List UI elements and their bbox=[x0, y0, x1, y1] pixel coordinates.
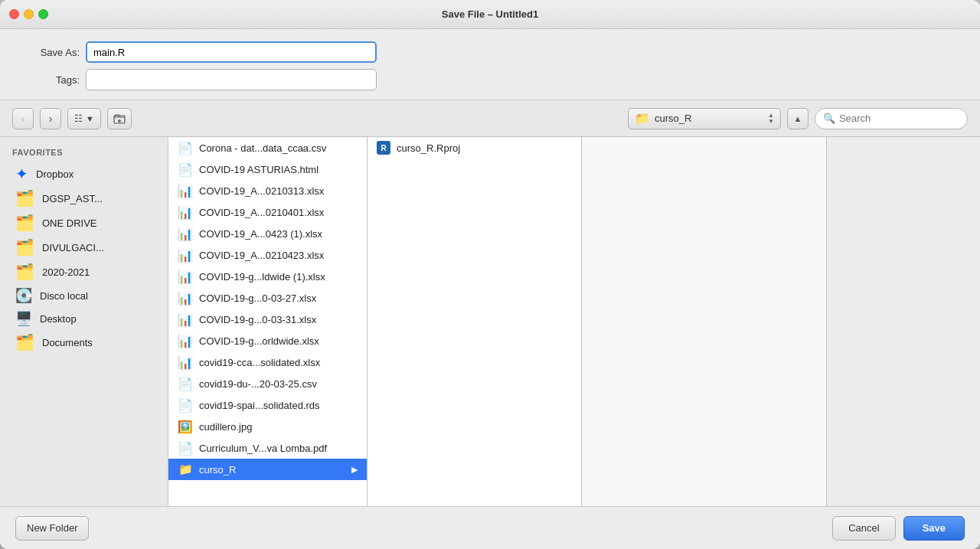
file-item-covid-xlsx-2[interactable]: 📊 COVID-19_A...0210401.xlsx bbox=[168, 201, 367, 223]
sidebar-item-desktop[interactable]: 🖥️ Desktop bbox=[3, 307, 165, 330]
file-name: covid19-du-...20-03-25.csv bbox=[199, 378, 358, 390]
save-button[interactable]: Save bbox=[903, 516, 965, 541]
file-name: cudillero.jpg bbox=[199, 421, 358, 433]
cancel-button[interactable]: Cancel bbox=[832, 516, 895, 541]
folder-selected-icon: 📁 bbox=[178, 462, 193, 476]
file-item-covid-du-csv[interactable]: 📄 covid19-du-...20-03-25.csv bbox=[168, 373, 367, 394]
file-name: COVID-19-g...ldwide (1).xlsx bbox=[199, 271, 358, 283]
file-item-curso-r-folder[interactable]: 📁 curso_R ▶ bbox=[168, 459, 367, 480]
path-label: curso_R bbox=[655, 113, 763, 124]
new-folder-button[interactable]: New Folder bbox=[15, 516, 89, 541]
save-label: Save bbox=[923, 522, 946, 534]
xlsx-icon: 📊 bbox=[178, 291, 193, 306]
view-toggle-label: ▼ bbox=[86, 114, 94, 123]
minimize-button[interactable] bbox=[24, 9, 34, 19]
title-bar: Save File – Untitled1 bbox=[0, 0, 980, 29]
sidebar-item-dgsp[interactable]: 🗂️ DGSP_AST... bbox=[3, 186, 165, 211]
cancel-label: Cancel bbox=[848, 522, 879, 534]
file-item-covid-xlsx-3[interactable]: 📊 COVID-19_A...0423 (1).xlsx bbox=[168, 223, 367, 244]
file-name: COVID-19-g...0-03-31.xlsx bbox=[199, 314, 358, 325]
file-item-covid-xlsx-6[interactable]: 📊 COVID-19-g...0-03-27.xlsx bbox=[168, 287, 367, 309]
sidebar-item-2020-label: 2020-2021 bbox=[42, 266, 90, 278]
file-item-corona-csv[interactable]: 📄 Corona - dat...data_ccaa.csv bbox=[168, 137, 367, 158]
xlsx-icon: 📊 bbox=[178, 334, 193, 348]
file-name: COVID-19_A...0210423.xlsx bbox=[199, 250, 358, 261]
file-item-cudillero-jpg[interactable]: 🖼️ cudillero.jpg bbox=[168, 416, 367, 437]
save-form: Save As: Tags: bbox=[0, 29, 980, 100]
file-name: curso_R.Rproj bbox=[397, 142, 572, 154]
file-name: Corona - dat...data_ccaa.csv bbox=[199, 142, 358, 154]
file-columns: 📄 Corona - dat...data_ccaa.csv 📄 COVID-1… bbox=[168, 137, 980, 506]
xlsx-icon: 📊 bbox=[178, 312, 193, 327]
folder-arrow-icon: ▶ bbox=[351, 465, 358, 475]
file-item-covid-xlsx-5[interactable]: 📊 COVID-19-g...ldwide (1).xlsx bbox=[168, 266, 367, 287]
dialog-title: Save File – Untitled1 bbox=[442, 8, 538, 20]
xlsx-icon: 📊 bbox=[178, 248, 193, 263]
drive-icon-disco: 💽 bbox=[15, 287, 32, 304]
tags-row: Tags: bbox=[18, 69, 962, 90]
folder-icon-documents: 🗂️ bbox=[15, 333, 34, 351]
file-name: COVID-19_A...0210401.xlsx bbox=[199, 207, 358, 218]
columns-icon: ☷ bbox=[74, 113, 83, 124]
sidebar-item-documents-label: Documents bbox=[42, 337, 93, 348]
rds-icon: 📄 bbox=[178, 398, 193, 413]
close-button[interactable] bbox=[9, 9, 19, 19]
file-name: covid19-spai...solidated.rds bbox=[199, 400, 358, 411]
jpg-icon: 🖼️ bbox=[178, 420, 193, 434]
sidebar-section-label: Favorites bbox=[0, 146, 168, 162]
xlsx-icon: 📊 bbox=[178, 227, 193, 241]
forward-button[interactable]: › bbox=[40, 108, 61, 129]
new-folder-toolbar-button[interactable] bbox=[107, 108, 132, 129]
file-item-covid-rds[interactable]: 📄 covid19-spai...solidated.rds bbox=[168, 394, 367, 416]
file-item-covid-xlsx-1[interactable]: 📊 COVID-19_A...0210313.xlsx bbox=[168, 180, 367, 201]
sidebar-item-onedrive-label: ONE DRIVE bbox=[42, 217, 97, 229]
csv-icon: 📄 bbox=[178, 377, 193, 391]
maximize-button[interactable] bbox=[38, 9, 48, 19]
back-button[interactable]: ‹ bbox=[12, 108, 34, 129]
sidebar-item-divulgaci[interactable]: 🗂️ DIVULGACI... bbox=[3, 235, 165, 260]
csv-icon: 📄 bbox=[178, 141, 193, 155]
xlsx-icon: 📊 bbox=[178, 355, 193, 370]
file-name: COVID-19-g...0-03-27.xlsx bbox=[199, 292, 358, 304]
file-item-covid-xlsx-7[interactable]: 📊 COVID-19-g...0-03-31.xlsx bbox=[168, 309, 367, 330]
traffic-lights bbox=[9, 9, 48, 19]
tags-input[interactable] bbox=[86, 69, 377, 90]
view-toggle-button[interactable]: ☷ ▼ bbox=[67, 108, 101, 129]
sidebar: Favorites ✦ Dropbox 🗂️ DGSP_AST... 🗂️ ON… bbox=[0, 137, 168, 506]
folder-icon-dgsp: 🗂️ bbox=[15, 189, 34, 208]
html-icon: 📄 bbox=[178, 162, 193, 177]
sidebar-item-dropbox-label: Dropbox bbox=[36, 168, 74, 180]
path-folder-icon: 📁 bbox=[635, 111, 650, 126]
search-icon: 🔍 bbox=[823, 113, 835, 124]
xlsx-icon: 📊 bbox=[178, 184, 193, 198]
path-arrows-icon: ▲ ▼ bbox=[768, 113, 774, 125]
folder-icon-2020: 🗂️ bbox=[15, 263, 34, 281]
folder-icon-onedrive: 🗂️ bbox=[15, 214, 34, 232]
save-as-label: Save As: bbox=[18, 47, 80, 58]
sidebar-item-onedrive[interactable]: 🗂️ ONE DRIVE bbox=[3, 211, 165, 235]
collapse-button[interactable]: ▲ bbox=[787, 108, 808, 129]
folder-icon-divulgaci: 🗂️ bbox=[15, 238, 34, 257]
file-item-covid-xlsx-8[interactable]: 📊 COVID-19-g...orldwide.xlsx bbox=[168, 330, 367, 351]
path-dropdown[interactable]: 📁 curso_R ▲ ▼ bbox=[628, 108, 781, 129]
save-as-row: Save As: bbox=[18, 41, 962, 63]
file-item-covid-consolidated[interactable]: 📊 covid19-cca...solidated.xlsx bbox=[168, 351, 367, 373]
sidebar-item-disco-local[interactable]: 💽 Disco local bbox=[3, 284, 165, 307]
sidebar-item-2020-2021[interactable]: 🗂️ 2020-2021 bbox=[3, 260, 165, 284]
file-item-curriculum-pdf[interactable]: 📄 Curriculum_V...va Lomba.pdf bbox=[168, 437, 367, 459]
drive-icon-desktop: 🖥️ bbox=[15, 310, 32, 327]
sidebar-item-dropbox[interactable]: ✦ Dropbox bbox=[3, 162, 165, 186]
rproj-icon: R bbox=[377, 141, 390, 155]
dropbox-icon: ✦ bbox=[15, 165, 28, 183]
file-item-covid-xlsx-4[interactable]: 📊 COVID-19_A...0210423.xlsx bbox=[168, 244, 367, 266]
sidebar-item-documents[interactable]: 🗂️ Documents bbox=[3, 330, 165, 355]
new-folder-label: New Folder bbox=[27, 522, 77, 534]
file-name: COVID-19 ASTURIAS.html bbox=[199, 164, 358, 175]
file-item-covid-html[interactable]: 📄 COVID-19 ASTURIAS.html bbox=[168, 158, 367, 180]
file-column-2: R curso_R.Rproj bbox=[368, 137, 582, 506]
sidebar-item-desktop-label: Desktop bbox=[40, 313, 77, 325]
save-as-input[interactable] bbox=[86, 41, 377, 63]
search-input[interactable] bbox=[839, 113, 954, 124]
file-item-rproj[interactable]: R curso_R.Rproj bbox=[368, 137, 581, 158]
file-name: COVID-19_A...0423 (1).xlsx bbox=[199, 228, 358, 240]
